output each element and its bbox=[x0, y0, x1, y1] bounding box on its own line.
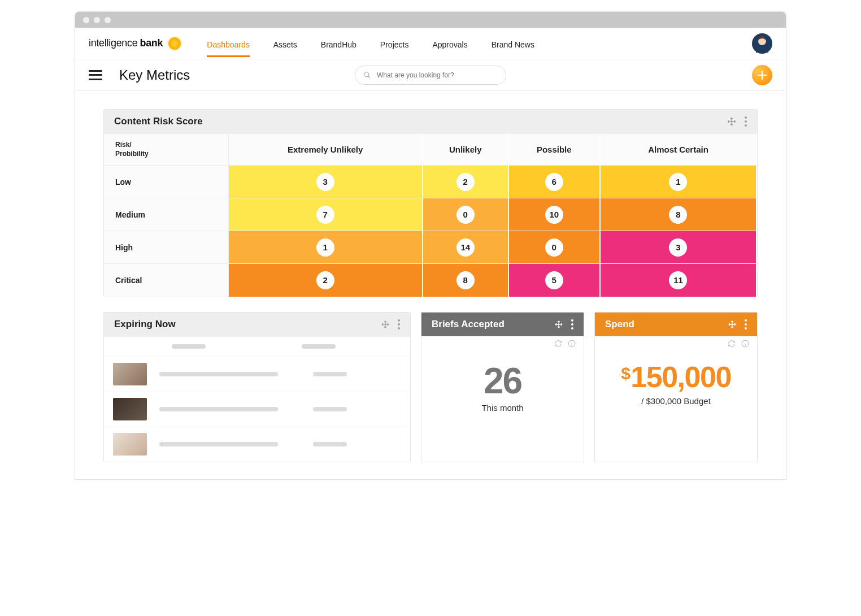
risk-value-bubble: 8 bbox=[669, 206, 687, 224]
skeleton-bar bbox=[302, 344, 336, 349]
nav-brandhub[interactable]: BrandHub bbox=[321, 30, 356, 57]
risk-score-card: Content Risk Score Risk/ Probibility Ext… bbox=[103, 109, 758, 297]
risk-cell[interactable]: 8 bbox=[600, 198, 756, 231]
briefs-sub: This month bbox=[421, 403, 584, 413]
search-input[interactable] bbox=[377, 71, 498, 79]
risk-value-bubble: 0 bbox=[545, 238, 563, 257]
risk-cell[interactable]: 1 bbox=[228, 231, 423, 264]
briefs-value: 26 bbox=[421, 360, 584, 402]
risk-value-bubble: 2 bbox=[316, 271, 334, 289]
risk-cell[interactable]: 3 bbox=[600, 231, 756, 264]
risk-cell[interactable]: 2 bbox=[423, 166, 508, 198]
risk-row-label: Critical bbox=[104, 264, 228, 297]
risk-corner-label: Risk/ Probibility bbox=[104, 134, 228, 166]
briefs-header: Briefs Accepted bbox=[421, 313, 584, 336]
risk-value-bubble: 5 bbox=[545, 271, 563, 289]
risk-card-header: Content Risk Score bbox=[104, 110, 757, 133]
list-item[interactable] bbox=[104, 357, 410, 392]
table-row: Critical28511 bbox=[104, 264, 756, 297]
add-button[interactable] bbox=[752, 65, 772, 85]
expiring-column-headers bbox=[104, 336, 410, 357]
risk-cell[interactable]: 10 bbox=[508, 198, 600, 231]
brand-text-1: intelligence bbox=[89, 37, 137, 49]
window-close-dot[interactable] bbox=[83, 17, 89, 23]
expiring-header: Expiring Now bbox=[104, 313, 410, 336]
move-icon[interactable] bbox=[554, 320, 563, 329]
secondary-bar: Key Metrics bbox=[75, 59, 786, 91]
browser-frame: intelligencebank Dashboards Assets Brand… bbox=[75, 11, 786, 480]
nav-items: Dashboards Assets BrandHub Projects Appr… bbox=[207, 30, 534, 57]
refresh-icon[interactable] bbox=[554, 340, 562, 350]
nav-brand-news[interactable]: Brand News bbox=[492, 30, 534, 57]
skeleton-bar bbox=[159, 442, 278, 446]
spend-currency: $ bbox=[621, 364, 629, 383]
kebab-icon[interactable] bbox=[745, 319, 747, 329]
risk-row-label: High bbox=[104, 231, 228, 264]
spend-header: Spend bbox=[595, 313, 757, 336]
briefs-body: 26 This month bbox=[421, 350, 584, 430]
risk-value-bubble: 8 bbox=[456, 271, 475, 289]
risk-value-bubble: 3 bbox=[669, 238, 687, 257]
kebab-icon[interactable] bbox=[745, 116, 747, 127]
kebab-icon[interactable] bbox=[398, 319, 400, 329]
move-icon[interactable] bbox=[727, 116, 737, 127]
risk-value-bubble: 0 bbox=[456, 206, 475, 224]
table-row: Medium70108 bbox=[104, 198, 756, 231]
skeleton-bar bbox=[313, 372, 347, 376]
refresh-icon[interactable] bbox=[728, 340, 736, 350]
nav-approvals[interactable]: Approvals bbox=[432, 30, 467, 57]
skeleton-bar bbox=[313, 407, 347, 411]
risk-cell[interactable]: 7 bbox=[228, 198, 423, 231]
risk-table: Risk/ Probibility Extremely Unlikely Unl… bbox=[104, 133, 757, 297]
kebab-icon[interactable] bbox=[571, 319, 573, 329]
page-title: Key Metrics bbox=[119, 67, 190, 83]
risk-row-label: Medium bbox=[104, 198, 228, 231]
risk-cell[interactable]: 5 bbox=[508, 264, 600, 297]
nav-dashboards[interactable]: Dashboards bbox=[207, 30, 250, 57]
spend-body: $150,000 / $300,000 Budget bbox=[595, 350, 757, 423]
window-minimize-dot[interactable] bbox=[94, 17, 100, 23]
list-item[interactable] bbox=[104, 392, 410, 427]
risk-cell[interactable]: 6 bbox=[508, 166, 600, 198]
risk-value-bubble: 6 bbox=[545, 173, 563, 191]
risk-value-bubble: 3 bbox=[316, 173, 334, 191]
search-icon bbox=[363, 71, 371, 79]
info-icon[interactable] bbox=[568, 340, 576, 350]
risk-value-bubble: 1 bbox=[316, 238, 334, 257]
brand-logo[interactable]: intelligencebank bbox=[89, 37, 181, 50]
thumbnail-image bbox=[113, 363, 147, 385]
nav-assets[interactable]: Assets bbox=[273, 30, 297, 57]
skeleton-bar bbox=[159, 407, 278, 411]
content-area: Content Risk Score Risk/ Probibility Ext… bbox=[75, 91, 786, 479]
risk-cell[interactable]: 14 bbox=[423, 231, 508, 264]
spend-sub: / $300,000 Budget bbox=[595, 396, 757, 406]
risk-cell[interactable]: 0 bbox=[508, 231, 600, 264]
move-icon[interactable] bbox=[381, 320, 390, 329]
thumbnail-image bbox=[113, 398, 147, 420]
briefs-mini-tools bbox=[421, 336, 584, 350]
risk-value-bubble: 10 bbox=[545, 206, 563, 224]
spend-card: Spend $150,000 / $300, bbox=[594, 312, 758, 462]
window-zoom-dot[interactable] bbox=[105, 17, 111, 23]
nav-projects[interactable]: Projects bbox=[380, 30, 409, 57]
risk-cell[interactable]: 3 bbox=[228, 166, 423, 198]
risk-cell[interactable]: 2 bbox=[228, 264, 423, 297]
brand-text-2: bank bbox=[140, 37, 163, 49]
table-row: Low3261 bbox=[104, 166, 756, 198]
risk-cell[interactable]: 8 bbox=[423, 264, 508, 297]
user-avatar[interactable] bbox=[752, 33, 772, 54]
search-box[interactable] bbox=[355, 66, 506, 85]
risk-col-4: Almost Certain bbox=[600, 134, 756, 166]
list-item[interactable] bbox=[104, 427, 410, 462]
menu-icon[interactable] bbox=[89, 70, 102, 80]
risk-cell[interactable]: 11 bbox=[600, 264, 756, 297]
move-icon[interactable] bbox=[728, 320, 737, 329]
risk-cell[interactable]: 1 bbox=[600, 166, 756, 198]
table-row: High11403 bbox=[104, 231, 756, 264]
spend-value: $150,000 bbox=[595, 360, 757, 394]
risk-cell[interactable]: 0 bbox=[423, 198, 508, 231]
risk-col-3: Possible bbox=[508, 134, 600, 166]
top-nav: intelligencebank Dashboards Assets Brand… bbox=[75, 28, 786, 59]
skeleton-bar bbox=[159, 372, 278, 376]
info-icon[interactable] bbox=[741, 340, 749, 350]
